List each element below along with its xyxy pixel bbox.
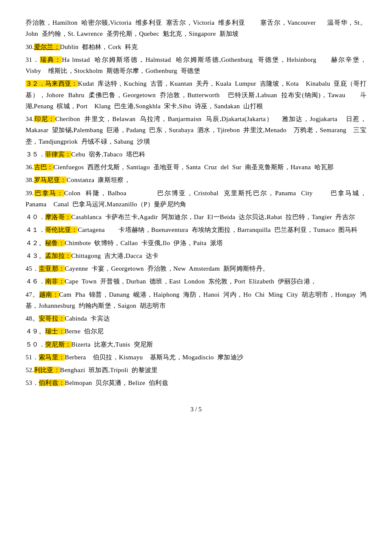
item-45: 45．圭亚那：Cayenne 卡宴，Georgetown 乔治敦，New Ams…	[26, 263, 366, 274]
item-30: 30.爱尔兰：Dublin 都柏林，Cork 科克	[26, 41, 366, 52]
country-sweden: 瑞典：	[40, 56, 62, 63]
country-peru: 秘鲁：	[45, 240, 65, 246]
country-angola: 安哥拉：	[39, 315, 65, 322]
item-36: 36.古巴：Cienfuegos 西恩付戈斯，Santiago 圣地亚哥，San…	[26, 162, 366, 173]
item-34: 34.印尼：Cheribon 井里文，Belawan 乌拉湾，Banjarmai…	[26, 113, 366, 147]
page-number: 3 / 5	[190, 406, 202, 413]
country-vietnam: 越南：	[39, 291, 59, 298]
item-42: ４２。秘鲁：Chimbote 钦博特，Callao 卡亚俄,Ilo 伊洛，Pai…	[26, 237, 366, 249]
country-switzerland: 瑞士：	[45, 328, 65, 335]
item-50: ５０．突尼斯：Bizerta 比塞大,Tunis 突尼斯	[26, 339, 366, 350]
country-libya: 利比亚：	[34, 367, 60, 373]
item-31: 31．瑞典：Ha lmstad 哈尔姆斯塔德，Halmstad 哈尔姆斯塔德,G…	[26, 54, 366, 77]
item-48: 48。安哥拉：Cabinda 卡宾达	[26, 313, 366, 324]
country-guyana: 圭亚那：	[39, 265, 65, 272]
item-49: ４９。瑞士：Berne 伯尔尼	[26, 326, 366, 337]
country-colombia: 哥伦比亚：	[45, 226, 78, 233]
country-tunisia: 突尼斯：	[45, 341, 71, 348]
item-43: ４３。孟加拉：Chittagong 吉大港,Dacca 达卡	[26, 250, 366, 261]
country-morocco: 摩洛哥：	[45, 214, 71, 220]
country-south-africa: 南非：	[45, 278, 65, 285]
item-40: ４０．摩洛哥：Casablanca 卡萨布兰卡,Agadir 阿加迪尔，Dar …	[26, 211, 366, 223]
country-bangladesh: 孟加拉：	[45, 252, 71, 259]
country-philippines: 菲律宾：	[45, 151, 71, 158]
country-somalia: 索马里：	[39, 354, 65, 361]
page-footer: 3 / 5	[26, 406, 366, 413]
country-cuba: 古巴：	[34, 164, 54, 171]
country-indonesia: 印尼：	[34, 116, 55, 122]
item-35: ３５．菲律宾：Cebu 宿务,Tabaco 塔巴科	[26, 149, 366, 160]
country-ireland: 爱尔兰：	[34, 43, 60, 50]
item-52: 52.利比亚：Benghazi 班加西,Tripoli 的黎波里	[26, 364, 366, 376]
item-39: 39.巴拿马：Colon 科隆，Balboa 巴尔博亚，Cristobal 克里…	[26, 188, 366, 210]
item-32: ３２．马来西亚：Kudat 库达特，Kuching 古晋，Kuantan 关丹，…	[26, 78, 366, 112]
item-51: 51．索马里：Berbera 伯贝拉，Kismayu 基斯马尤，Mogadisc…	[26, 352, 366, 363]
item-41: ４１．哥伦比亚：Cartagena 卡塔赫纳，Buenaventura 布埃纳文…	[26, 224, 366, 235]
main-content: 乔治敦，Hamilton 哈密尔顿,Victoria 维多利亚 塞舌尔，Vict…	[26, 17, 366, 389]
item-38: 38.罗马尼亚：Constanza 康斯坦察，	[26, 174, 366, 185]
item-53: 53．伯利兹：Belmopan 贝尔莫潘，Belize 伯利兹	[26, 377, 366, 388]
item-47: 47。越南：Cam Pha 锦普，Danang 岘港，Haiphong 海防，H…	[26, 289, 366, 312]
country-panama: 巴拿马：	[34, 190, 64, 197]
text-intro: 乔治敦，Hamilton 哈密尔顿,Victoria 维多利亚 塞舌尔，Vict…	[26, 17, 366, 40]
item-46: ４６．南非：Cape Town 开普顿，Durban 德班，East Londo…	[26, 276, 366, 287]
country-malaysia-label: ３２．马来西亚：	[26, 80, 78, 87]
country-belize: 伯利兹：	[39, 379, 65, 386]
country-romania: 罗马尼亚：	[34, 176, 67, 183]
